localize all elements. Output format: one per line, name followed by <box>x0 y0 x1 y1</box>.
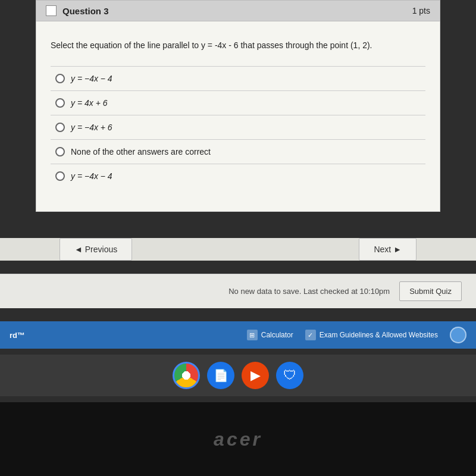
security-icon[interactable]: 🛡 <box>276 362 303 389</box>
radio-c <box>55 123 65 132</box>
question-points: 1 pts <box>412 6 430 15</box>
acer-logo-area: acer <box>0 402 476 476</box>
next-button[interactable]: Next ► <box>359 238 416 261</box>
guidelines-button[interactable]: ✓ Exam Guidelines & Allowed Websites <box>305 330 438 340</box>
status-bar: No new data to save. Last checked at 10:… <box>0 274 476 308</box>
bottom-toolbar: rd™ ⊞ Calculator ✓ Exam Guidelines & All… <box>0 321 476 349</box>
docs-icon[interactable]: 📄 <box>207 362 234 389</box>
radio-d <box>55 147 65 156</box>
question-title: Question 3 <box>62 6 109 16</box>
option-label-c: y = −4x + 6 <box>71 123 112 132</box>
radio-a <box>55 74 65 83</box>
question-body: Select the equation of the line parallel… <box>36 21 440 212</box>
radio-e <box>55 171 65 181</box>
calculator-button[interactable]: ⊞ Calculator <box>247 330 293 340</box>
guidelines-label: Exam Guidelines & Allowed Websites <box>320 331 438 339</box>
guidelines-icon: ✓ <box>305 330 316 340</box>
option-label-e: y = −4x − 4 <box>71 171 112 181</box>
toolbar-brand: rd™ <box>10 331 25 340</box>
acer-logo: acer <box>214 428 262 450</box>
status-message: No new data to save. Last checked at 10:… <box>228 287 390 296</box>
option-label-d: None of the other answers are correct <box>71 147 211 156</box>
option-d[interactable]: None of the other answers are correct <box>51 139 425 164</box>
taskbar: 📄 ▶ 🛡 <box>0 355 476 396</box>
options-list: y = −4x − 4y = 4x + 6y = −4x + 6None of … <box>51 66 425 188</box>
option-label-b: y = 4x + 6 <box>71 98 107 108</box>
question-header: Question 3 1 pts <box>36 0 440 21</box>
option-c[interactable]: y = −4x + 6 <box>51 115 425 139</box>
play-store-icon[interactable]: ▶ <box>242 362 269 389</box>
calculator-label: Calculator <box>261 331 293 339</box>
navigation-area: ◄ Previous Next ► <box>0 238 476 261</box>
previous-button[interactable]: ◄ Previous <box>60 238 132 261</box>
user-avatar[interactable] <box>450 327 466 343</box>
calculator-icon: ⊞ <box>247 330 258 340</box>
question-text: Select the equation of the line parallel… <box>51 39 425 52</box>
option-label-a: y = −4x − 4 <box>71 74 112 83</box>
question-checkbox <box>46 5 57 16</box>
submit-quiz-button[interactable]: Submit Quiz <box>399 281 462 301</box>
chrome-icon[interactable] <box>173 362 200 389</box>
option-e[interactable]: y = −4x − 4 <box>51 164 425 188</box>
radio-b <box>55 98 65 108</box>
option-a[interactable]: y = −4x − 4 <box>51 66 425 90</box>
option-b[interactable]: y = 4x + 6 <box>51 90 425 115</box>
